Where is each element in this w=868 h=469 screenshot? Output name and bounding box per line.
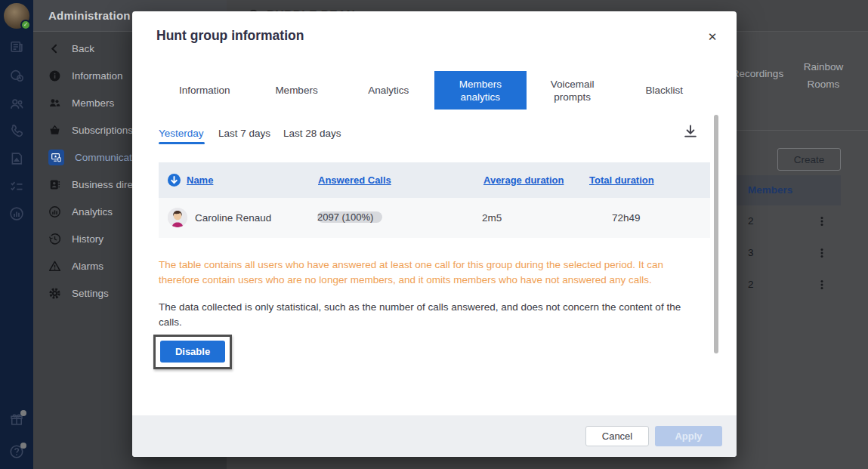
contacts-icon[interactable] xyxy=(9,97,24,112)
modal-title: Hunt group information xyxy=(156,28,304,44)
news-icon[interactable] xyxy=(9,39,24,54)
analytics-icon xyxy=(48,205,61,218)
gift-icon[interactable] xyxy=(9,412,24,427)
modal-tabs: Information Members Analytics Members an… xyxy=(159,71,710,110)
calls-icon[interactable] xyxy=(9,123,24,138)
tab-blacklist[interactable]: Blacklist xyxy=(618,71,710,110)
notification-dot xyxy=(20,410,26,416)
scrollbar-thumb[interactable] xyxy=(714,115,718,353)
filter-last-28-days[interactable]: Last 28 days xyxy=(283,125,341,143)
sort-direction-icon[interactable] xyxy=(168,174,181,187)
active-filter-underline xyxy=(159,142,205,144)
people-icon xyxy=(48,97,61,110)
create-button[interactable]: Create xyxy=(777,148,841,171)
members-count: 2 xyxy=(748,269,754,301)
average-duration-value: 2m5 xyxy=(482,198,502,238)
chevron-left-icon xyxy=(48,42,61,55)
member-name: Caroline Renaud xyxy=(195,198,271,238)
sidebar-item-label: Back xyxy=(72,43,94,54)
help-icon[interactable] xyxy=(9,444,24,459)
sidebar-item-label: Members xyxy=(72,97,114,109)
info-note: The data collected is only statistical, … xyxy=(159,300,704,329)
left-icon-rail: ✓ xyxy=(0,0,33,469)
close-icon[interactable]: ✕ xyxy=(703,28,721,46)
info-icon xyxy=(48,69,61,82)
answered-bar: 2097 (100%) xyxy=(317,211,382,223)
members-column-header[interactable]: Members xyxy=(748,175,792,205)
total-duration-value: 72h49 xyxy=(612,198,641,238)
download-icon[interactable] xyxy=(682,123,699,140)
members-count: 2 xyxy=(748,205,754,237)
filter-yesterday[interactable]: Yesterday xyxy=(159,125,204,143)
notification-dot xyxy=(20,443,26,449)
disable-button[interactable]: Disable xyxy=(160,341,225,363)
answered-calls-cell: 2097 (100%) xyxy=(317,208,474,227)
channels-icon[interactable] xyxy=(9,151,24,166)
screen: ✓ Administrati xyxy=(0,0,868,469)
sidebar-item-label: Subscriptions xyxy=(72,125,133,136)
screen-icon xyxy=(48,150,64,165)
alarm-icon xyxy=(48,260,61,273)
warning-note: The table contains all users who have an… xyxy=(159,258,704,287)
basket-icon xyxy=(48,124,61,137)
tab-members[interactable]: Members xyxy=(251,71,343,110)
tab-voicemail-prompts[interactable]: Voicemail prompts xyxy=(527,71,619,110)
kebab-menu-icon[interactable] xyxy=(816,279,828,291)
column-header-name[interactable]: Name xyxy=(187,162,213,198)
column-header-answered-calls[interactable]: Answered Calls xyxy=(318,162,391,198)
sidebar-item-label: Information xyxy=(72,70,123,82)
analytics-table-header: Name Answered Calls Average duration Tot… xyxy=(159,162,710,198)
apply-button[interactable]: Apply xyxy=(655,426,722,446)
tasks-icon[interactable] xyxy=(9,179,24,194)
sidebar-item-label: History xyxy=(72,233,103,245)
history-icon xyxy=(48,233,61,245)
sidebar-item-label: Alarms xyxy=(72,261,103,272)
member-avatar xyxy=(168,208,187,227)
members-count: 3 xyxy=(748,237,754,269)
column-header-total-duration[interactable]: Total duration xyxy=(589,162,654,198)
gear-icon xyxy=(48,287,61,300)
conversations-icon[interactable] xyxy=(9,68,24,83)
directory-icon xyxy=(48,178,61,191)
presence-check-icon: ✓ xyxy=(20,20,31,30)
tab-rainbow-rooms[interactable]: Rainbow Rooms xyxy=(789,58,858,93)
user-avatar[interactable]: ✓ xyxy=(4,3,29,29)
kebab-menu-icon[interactable] xyxy=(816,247,828,259)
analytics-table-row: Caroline Renaud 2097 (100%) 2m5 72h49 xyxy=(159,198,710,238)
modal-footer: Cancel Apply xyxy=(132,415,737,457)
kebab-menu-icon[interactable] xyxy=(816,215,828,227)
tab-analytics[interactable]: Analytics xyxy=(342,71,434,110)
sidebar-item-label: Settings xyxy=(72,288,109,299)
tab-information[interactable]: Information xyxy=(159,71,251,110)
filter-last-7-days[interactable]: Last 7 days xyxy=(218,125,270,143)
cancel-button[interactable]: Cancel xyxy=(585,426,649,446)
sidebar-item-label: Analytics xyxy=(72,206,113,218)
column-header-average-duration[interactable]: Average duration xyxy=(483,162,564,198)
dashboard-icon[interactable] xyxy=(9,206,24,221)
tab-members-analytics[interactable]: Members analytics xyxy=(434,71,527,110)
hunt-group-modal: Hunt group information ✕ Information Mem… xyxy=(132,11,737,457)
